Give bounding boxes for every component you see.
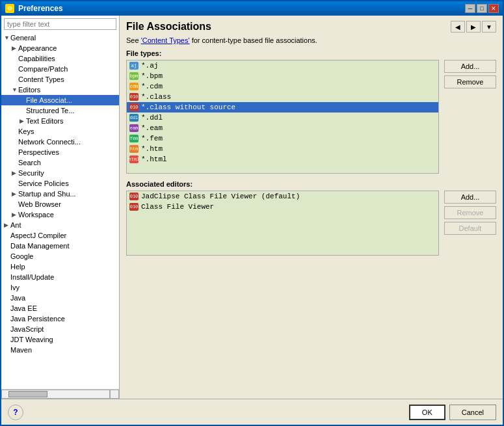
tree-item-service-policy[interactable]: Service Policies — [1, 178, 119, 189]
tree-item-compare-patch[interactable]: Compare/Patch — [1, 64, 119, 74]
tree-item-java-persist[interactable]: Java Persistence — [1, 313, 119, 324]
tree-item-jdt-weaving[interactable]: JDT Weaving — [1, 334, 119, 345]
tree-item-web-browser[interactable]: Web Browser — [1, 199, 119, 209]
minimize-button[interactable]: ─ — [465, 4, 475, 13]
tree-item-google[interactable]: Google — [1, 251, 119, 261]
cancel-button[interactable]: Cancel — [449, 405, 496, 420]
file-types-list[interactable]: aj *.aj bpm *.bpm cdm *.cdm 010 *.class … — [126, 60, 439, 174]
expand-icon: ▶ — [20, 118, 26, 124]
filter-input[interactable] — [4, 18, 116, 30]
tree-item-structured-te[interactable]: Structured Te... — [1, 105, 119, 116]
file-type-item[interactable]: 010 *.class without source — [127, 102, 438, 113]
description: See 'Content Types' for content-type bas… — [126, 36, 496, 44]
editor-item[interactable]: 010 Class File Viewer — [127, 202, 438, 212]
tree-item-label: Startup and Shu... — [18, 190, 76, 198]
file-type-name: *.cdm — [141, 83, 163, 90]
editors-add-button[interactable]: Add... — [444, 191, 496, 204]
tree-item-label: Data Management — [10, 242, 70, 250]
tree-item-appearance[interactable]: ▶Appearance — [1, 43, 119, 53]
expand-icon: ▼ — [12, 87, 18, 93]
title-buttons: ─ □ ✕ — [465, 4, 499, 13]
file-type-icon: fem — [129, 135, 139, 142]
tree-item-content-types[interactable]: Content Types — [1, 74, 119, 85]
file-types-buttons: Add... Remove — [444, 60, 496, 174]
file-types-remove-button[interactable]: Remove — [444, 75, 496, 88]
file-type-item[interactable]: cdm *.cdm — [127, 81, 438, 92]
tree-item-startup[interactable]: ▶Startup and Shu... — [1, 189, 119, 199]
nav-dropdown-button[interactable]: ▼ — [482, 21, 496, 33]
tree-item-security[interactable]: ▶Security — [1, 168, 119, 178]
tree-item-java[interactable]: Java — [1, 293, 119, 303]
file-type-item[interactable]: html *.html — [127, 154, 438, 165]
editors-list[interactable]: 010 JadClipse Class File Viewer (default… — [126, 191, 439, 256]
help-button[interactable]: ? — [8, 405, 23, 420]
tree-item-ivy[interactable]: Ivy — [1, 282, 119, 293]
editor-name: Class File Viewer — [141, 203, 214, 211]
file-type-icon: 010 — [129, 93, 139, 101]
tree-item-general[interactable]: ▼General — [1, 33, 119, 43]
content-types-link[interactable]: 'Content Types' — [141, 36, 190, 44]
tree-item-label: General — [10, 34, 36, 42]
expand-icon: ▶ — [12, 191, 18, 197]
tree-item-network-conn[interactable]: Network Connecti... — [1, 137, 119, 147]
editors-container: 010 JadClipse Class File Viewer (default… — [126, 191, 496, 256]
editor-item[interactable]: 010 JadClipse Class File Viewer (default… — [127, 191, 438, 202]
tree-item-keys[interactable]: Keys — [1, 126, 119, 137]
tree-item-label: Content Types — [18, 75, 64, 83]
expand-icon: ▶ — [12, 211, 18, 218]
tree-item-file-assoc[interactable]: File Associat... — [1, 95, 119, 105]
tree-item-javascript[interactable]: JavaScript — [1, 324, 119, 334]
nav-back-button[interactable]: ◀ — [451, 21, 465, 33]
expand-icon: ▶ — [12, 170, 18, 176]
file-type-item[interactable]: bpm *.bpm — [127, 71, 438, 81]
tree-item-workspace[interactable]: ▶Workspace — [1, 209, 119, 220]
file-types-label: File types: — [126, 49, 496, 57]
tree-item-search[interactable]: Search — [1, 157, 119, 168]
nav-forward-button[interactable]: ▶ — [466, 21, 481, 33]
tree-item-label: Java Persistence — [10, 315, 65, 323]
assoc-editors-label: Associated editors: — [126, 180, 496, 188]
panel-nav: ◀ ▶ ▼ — [451, 21, 496, 33]
sidebar: ▼General▶Appearance Capabilities Compare… — [1, 16, 120, 399]
tree-item-maven[interactable]: Maven — [1, 345, 119, 355]
tree-item-label: Service Policies — [18, 180, 69, 187]
main-content: ▼General▶Appearance Capabilities Compare… — [1, 16, 503, 399]
tree-item-text-editors[interactable]: ▶Text Editors — [1, 116, 119, 126]
file-type-item[interactable]: htm *.htm — [127, 144, 438, 154]
tree-item-perspectives[interactable]: Perspectives — [1, 147, 119, 157]
tree-item-aspectj[interactable]: AspectJ Compiler — [1, 230, 119, 241]
tree-item-capabilities[interactable]: Capabilities — [1, 53, 119, 64]
maximize-button[interactable]: □ — [477, 4, 487, 13]
file-type-item[interactable]: aj *.aj — [127, 60, 438, 71]
expand-icon: ▶ — [4, 222, 10, 228]
tree-item-label: Maven — [10, 346, 32, 354]
tree-item-label: Java — [10, 294, 25, 302]
tree-item-install-update[interactable]: Install/Update — [1, 272, 119, 282]
sidebar-bottom — [1, 389, 119, 399]
description-prefix: See — [126, 36, 141, 44]
file-types-add-button[interactable]: Add... — [444, 60, 496, 73]
close-button[interactable]: ✕ — [488, 4, 499, 13]
expand-icon: ▼ — [4, 34, 10, 41]
tree-item-java-ee[interactable]: Java EE — [1, 303, 119, 313]
tree-item-label: Workspace — [18, 211, 54, 219]
tree-item-ant[interactable]: ▶Ant — [1, 220, 119, 230]
file-type-item[interactable]: ddl *.ddl — [127, 113, 438, 123]
tree-item-label: Search — [18, 159, 41, 166]
sidebar-hscroll[interactable] — [1, 390, 110, 399]
tree-item-label: Compare/Patch — [18, 65, 68, 73]
editors-default-button[interactable]: Default — [444, 222, 496, 235]
file-type-item[interactable]: eam *.eam — [127, 123, 438, 133]
editors-remove-button[interactable]: Remove — [444, 206, 496, 219]
ok-button[interactable]: OK — [409, 405, 445, 420]
file-type-item[interactable]: fem *.fem — [127, 133, 438, 144]
tree-area: ▼General▶Appearance Capabilities Compare… — [1, 33, 119, 389]
tree-item-help[interactable]: Help — [1, 261, 119, 272]
tree-item-data-mgmt[interactable]: Data Management — [1, 241, 119, 251]
tree-item-editors[interactable]: ▼Editors — [1, 85, 119, 95]
file-type-item[interactable]: 010 *.class — [127, 92, 438, 102]
file-type-name: *.ddl — [141, 114, 163, 122]
file-type-name: *.class — [141, 93, 171, 101]
window-title: Preferences — [18, 4, 63, 13]
tree-item-label: AspectJ Compiler — [10, 232, 66, 239]
